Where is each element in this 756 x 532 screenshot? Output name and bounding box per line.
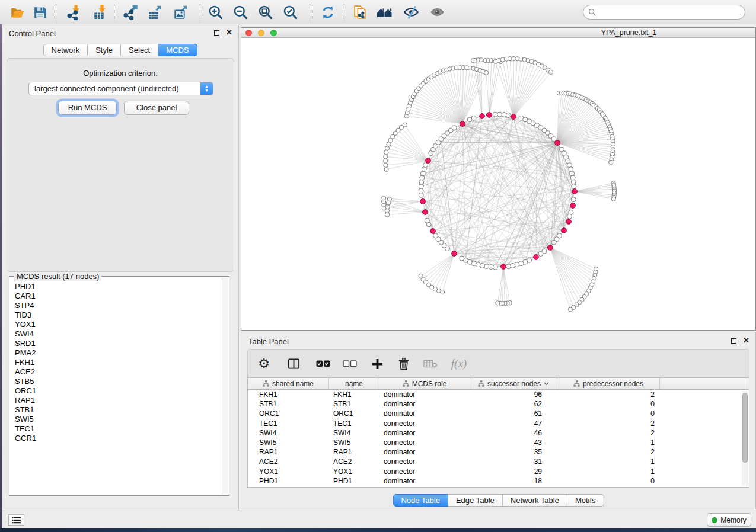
tab-motifs[interactable]: Motifs xyxy=(567,494,604,507)
table-row[interactable]: FKH1FKH1dominator962 xyxy=(248,390,749,399)
float-panel-icon[interactable] xyxy=(214,30,219,36)
refresh-network-button[interactable] xyxy=(318,2,338,22)
import-table-button[interactable] xyxy=(90,2,110,22)
clone-network-button[interactable] xyxy=(350,2,370,22)
table-settings-button[interactable]: ⚙ xyxy=(255,355,273,373)
network-hub-node[interactable] xyxy=(566,219,572,225)
hide-selected-button[interactable] xyxy=(401,2,421,22)
mcds-result-item[interactable]: SWI4 xyxy=(11,329,221,339)
table-row[interactable]: ORC1ORC1dominator610 xyxy=(248,409,749,418)
table-row[interactable]: SWI5SWI5connector431 xyxy=(248,438,749,447)
network-node[interactable] xyxy=(419,188,423,193)
add-column-button[interactable] xyxy=(368,355,386,373)
tab-node-table[interactable]: Node Table xyxy=(393,494,448,507)
network-node[interactable] xyxy=(571,180,576,184)
column-header-successor-nodes[interactable]: successor nodes xyxy=(470,378,557,389)
tab-network-table[interactable]: Network Table xyxy=(503,494,567,507)
mcds-result-item[interactable]: CAR1 xyxy=(11,291,221,301)
column-header-shared-name[interactable]: shared name xyxy=(248,378,329,389)
network-node[interactable] xyxy=(515,262,519,267)
network-node[interactable] xyxy=(420,175,425,180)
minimize-window-icon[interactable] xyxy=(258,30,264,36)
network-node[interactable] xyxy=(496,301,500,305)
network-hub-node[interactable] xyxy=(534,255,539,260)
column-header-predecessor-nodes[interactable]: predecessor nodes xyxy=(557,378,660,389)
show-all-button[interactable] xyxy=(427,2,447,22)
network-graph[interactable] xyxy=(241,38,755,331)
network-node[interactable] xyxy=(423,163,428,168)
network-node[interactable] xyxy=(384,155,388,159)
maximize-window-icon[interactable] xyxy=(270,30,277,36)
network-node[interactable] xyxy=(511,263,515,268)
network-node[interactable] xyxy=(452,126,457,130)
search-input[interactable] xyxy=(596,7,745,18)
column-header-mcds-role[interactable]: MCDS role xyxy=(379,378,470,389)
tab-network[interactable]: Network xyxy=(43,44,88,56)
network-hub-node[interactable] xyxy=(420,199,426,204)
export-network-button[interactable] xyxy=(120,2,140,22)
export-table-button[interactable] xyxy=(145,2,165,22)
float-panel-icon[interactable] xyxy=(731,338,736,344)
close-window-icon[interactable] xyxy=(245,30,252,36)
network-node[interactable] xyxy=(502,112,506,117)
network-node[interactable] xyxy=(571,197,576,202)
tab-mcds[interactable]: MCDS xyxy=(158,44,197,56)
mcds-list-scrollbar[interactable] xyxy=(222,278,228,494)
network-node[interactable] xyxy=(385,146,389,150)
network-hub-node[interactable] xyxy=(572,189,578,194)
tab-style[interactable]: Style xyxy=(88,44,121,56)
network-node[interactable] xyxy=(471,116,476,120)
network-node[interactable] xyxy=(387,197,391,201)
network-hub-node[interactable] xyxy=(480,114,485,119)
select-all-button[interactable] xyxy=(314,355,332,373)
network-node[interactable] xyxy=(479,57,483,62)
mcds-result-item[interactable]: ACE2 xyxy=(11,367,221,377)
network-hub-node[interactable] xyxy=(487,113,492,118)
network-hub-node[interactable] xyxy=(511,114,516,120)
export-image-button[interactable] xyxy=(171,2,191,22)
network-node[interactable] xyxy=(548,70,553,74)
mcds-result-item[interactable]: PHD1 xyxy=(11,282,221,291)
open-session-button[interactable] xyxy=(7,2,27,22)
mcds-result-item[interactable]: STB5 xyxy=(11,377,221,386)
network-node[interactable] xyxy=(609,160,613,164)
network-node[interactable] xyxy=(383,159,387,163)
first-neighbors-button[interactable] xyxy=(375,2,395,22)
network-hub-node[interactable] xyxy=(562,228,567,233)
deselect-all-button[interactable] xyxy=(341,355,359,373)
network-node[interactable] xyxy=(570,171,575,176)
mcds-result-item[interactable]: STB1 xyxy=(11,405,221,415)
mcds-result-item[interactable]: ORC1 xyxy=(11,386,221,396)
network-node[interactable] xyxy=(493,265,497,270)
network-node[interactable] xyxy=(489,265,493,270)
task-history-button[interactable] xyxy=(8,514,24,526)
network-node[interactable] xyxy=(419,184,423,189)
network-hub-node[interactable] xyxy=(430,229,436,234)
delete-column-button[interactable] xyxy=(395,355,413,373)
network-node[interactable] xyxy=(419,193,423,197)
close-panel-button[interactable]: Close panel xyxy=(124,101,189,115)
network-node[interactable] xyxy=(382,196,386,200)
mcds-result-item[interactable]: TID3 xyxy=(11,310,221,320)
import-network-button[interactable] xyxy=(64,2,84,22)
network-canvas[interactable] xyxy=(241,38,755,330)
mcds-result-item[interactable]: PMA2 xyxy=(11,348,221,358)
mcds-result-item[interactable]: TEC1 xyxy=(11,424,221,434)
close-panel-icon[interactable]: ✕ xyxy=(226,30,232,36)
network-node[interactable] xyxy=(572,184,576,189)
network-node[interactable] xyxy=(419,274,423,278)
network-node[interactable] xyxy=(506,113,511,117)
network-node[interactable] xyxy=(538,251,543,256)
table-row[interactable]: ACE2ACE2connector311 xyxy=(248,457,749,466)
table-row[interactable]: STB1STB1dominator620 xyxy=(248,399,749,409)
zoom-in-button[interactable] xyxy=(205,2,225,22)
table-scrollbar-thumb[interactable] xyxy=(742,393,748,463)
tab-select[interactable]: Select xyxy=(121,44,158,56)
table-row[interactable]: PHD1PHD1dominator180 xyxy=(248,476,749,486)
network-hub-node[interactable] xyxy=(452,251,457,257)
network-node[interactable] xyxy=(567,214,572,219)
memory-button[interactable]: Memory xyxy=(707,513,751,527)
mcds-result-item[interactable]: SRD1 xyxy=(11,339,221,348)
network-node[interactable] xyxy=(384,150,388,155)
network-node[interactable] xyxy=(419,180,424,184)
